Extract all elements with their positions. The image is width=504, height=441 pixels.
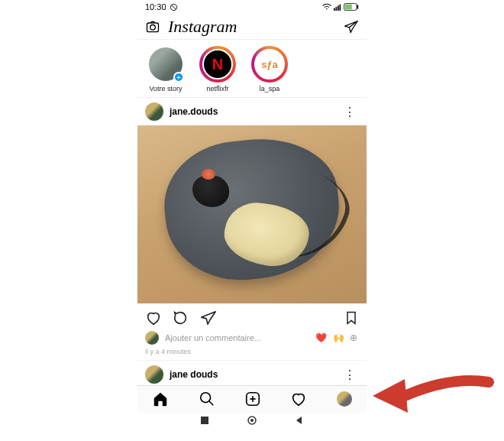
wifi-icon xyxy=(322,3,331,11)
post-author-username[interactable]: jane.douds xyxy=(170,106,334,117)
self-avatar xyxy=(145,331,159,345)
bottom-nav xyxy=(137,385,367,412)
post-image[interactable] xyxy=(137,125,367,303)
post-actions xyxy=(137,303,367,329)
svg-rect-3 xyxy=(336,7,338,11)
post-timestamp: il y a 4 minutes xyxy=(137,346,367,360)
nav-activity-icon[interactable] xyxy=(290,391,307,407)
app-header: Instagram xyxy=(137,15,367,41)
phone-frame: 10:30 Instagram + Votre story N netflixf… xyxy=(137,0,367,428)
sys-home-icon[interactable] xyxy=(247,416,257,425)
add-story-badge: + xyxy=(173,72,184,83)
svg-line-1 xyxy=(171,5,176,10)
quick-emojis[interactable]: ❤️ 🙌 ⊕ xyxy=(315,332,359,343)
post-more-icon[interactable]: ⋮ xyxy=(341,105,359,119)
svg-rect-8 xyxy=(357,5,359,9)
share-icon[interactable] xyxy=(200,310,217,326)
annotation-arrow xyxy=(367,373,496,426)
app-logo: Instagram xyxy=(168,17,336,37)
nav-search-icon[interactable] xyxy=(199,391,215,407)
battery-icon xyxy=(344,3,359,11)
camera-icon[interactable] xyxy=(145,19,160,34)
comment-placeholder: Ajouter un commentaire... xyxy=(165,333,309,342)
signal-icon xyxy=(334,3,341,11)
svg-line-12 xyxy=(208,401,213,406)
dnd-icon xyxy=(170,3,178,11)
status-time: 10:30 xyxy=(145,2,166,11)
story-label: netflixfr xyxy=(206,85,228,92)
save-icon[interactable] xyxy=(344,310,359,326)
stories-row: + Votre story N netflixfr sƒa la_spa xyxy=(137,40,367,98)
svg-rect-4 xyxy=(338,6,339,11)
sys-back-icon[interactable] xyxy=(295,416,304,425)
story-label: Votre story xyxy=(149,85,182,92)
add-comment-row[interactable]: Ajouter un commentaire... ❤️ 🙌 ⊕ xyxy=(137,329,367,346)
system-nav-bar xyxy=(137,413,367,428)
story-la-spa[interactable]: sƒa la_spa xyxy=(249,46,290,92)
svg-point-10 xyxy=(150,24,156,30)
status-bar: 10:30 xyxy=(137,0,367,15)
svg-rect-7 xyxy=(345,5,352,10)
svg-rect-5 xyxy=(340,5,341,11)
nav-profile-icon[interactable] xyxy=(337,391,352,407)
post-header: jane.douds ⋮ xyxy=(137,98,367,125)
next-post-header: jane douds ⋮ xyxy=(137,360,367,385)
nav-home-icon[interactable] xyxy=(152,391,169,407)
post-author-avatar[interactable] xyxy=(145,365,163,384)
svg-point-18 xyxy=(250,419,254,422)
post-more-icon[interactable]: ⋮ xyxy=(341,368,359,382)
story-netflixfr[interactable]: N netflixfr xyxy=(197,46,238,92)
comment-icon[interactable] xyxy=(173,310,189,326)
sys-recent-icon[interactable] xyxy=(200,416,209,425)
direct-messages-icon[interactable] xyxy=(344,19,359,34)
svg-rect-2 xyxy=(334,8,335,11)
svg-point-11 xyxy=(200,393,210,403)
like-icon[interactable] xyxy=(145,310,162,326)
svg-rect-16 xyxy=(201,417,208,424)
story-label: la_spa xyxy=(260,85,280,92)
svg-rect-9 xyxy=(147,23,159,32)
nav-create-icon[interactable] xyxy=(244,391,261,407)
story-your-story[interactable]: + Votre story xyxy=(145,46,186,92)
post-author-avatar[interactable] xyxy=(145,102,163,121)
post-author-username[interactable]: jane douds xyxy=(170,369,334,380)
